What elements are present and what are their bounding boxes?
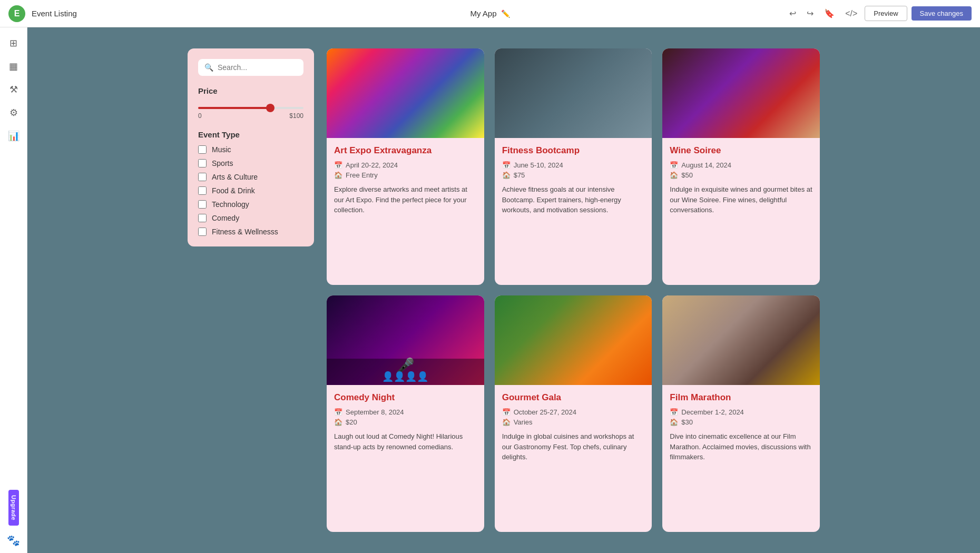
upgrade-badge[interactable]: Upgrade — [8, 490, 19, 526]
event-desc-fitness-bootcamp: Achieve fitness goals at our intensive B… — [502, 184, 645, 215]
sidebar-icon-grid[interactable]: ⊞ — [4, 34, 23, 53]
event-card-meta-fitness-bootcamp: 📅 June 5-10, 2024 🏠 $75 — [502, 161, 645, 179]
price-slider[interactable] — [198, 107, 303, 109]
event-card-title-film-marathon: Film Marathon — [670, 392, 812, 403]
event-type-item-3[interactable]: Food & Drink — [198, 186, 303, 195]
event-type-label-1: Sports — [212, 159, 233, 167]
redo-button[interactable]: ↪ — [803, 5, 817, 22]
event-type-item-6[interactable]: Fitness & Wellnesss — [198, 228, 303, 236]
event-card-body-fitness-bootcamp: Fitness Bootcamp 📅 June 5-10, 2024 🏠 $75… — [495, 138, 652, 223]
price-icon-fitness-bootcamp: 🏠 — [502, 171, 511, 179]
event-type-label-2: Arts & Culture — [212, 173, 258, 181]
left-sidebar: ⊞ ▦ ⚒ ⚙ 📊 Upgrade 🐾 — [0, 27, 27, 553]
event-price-art-expo: 🏠 Free Entry — [334, 171, 477, 179]
event-card-title-gourmet-gala: Gourmet Gala — [502, 392, 645, 403]
event-desc-gourmet-gala: Indulge in global cuisines and workshops… — [502, 431, 645, 462]
price-icon-film-marathon: 🏠 — [670, 418, 678, 426]
app-content: 🔍 Price 0 $100 Event Type Music — [188, 48, 820, 532]
price-icon-art-expo: 🏠 — [334, 171, 342, 179]
price-section-title: Price — [198, 86, 303, 95]
sidebar-icon-settings[interactable]: ⚙ — [4, 103, 23, 122]
event-type-item-0[interactable]: Music — [198, 145, 303, 154]
event-card-gourmet-gala[interactable]: Gourmet Gala 📅 October 25-27, 2024 🏠 Var… — [495, 295, 652, 532]
event-card-title-art-expo: Art Expo Extravaganza — [334, 145, 477, 156]
event-type-checkbox-2[interactable] — [198, 173, 207, 181]
event-type-list: Music Sports Arts & Culture Food & Drink… — [198, 145, 303, 236]
event-card-title-comedy-night: Comedy Night — [334, 392, 477, 403]
event-type-item-4[interactable]: Technology — [198, 200, 303, 209]
event-type-checkbox-1[interactable] — [198, 159, 207, 167]
event-type-checkbox-5[interactable] — [198, 214, 207, 222]
calendar-icon-film-marathon: 📅 — [670, 408, 678, 416]
event-date-comedy-night: 📅 September 8, 2024 — [334, 408, 477, 416]
preview-button[interactable]: Preview — [865, 6, 907, 21]
event-type-checkbox-3[interactable] — [198, 186, 207, 195]
event-price-gourmet-gala: 🏠 Varies — [502, 418, 645, 426]
event-card-meta-gourmet-gala: 📅 October 25-27, 2024 🏠 Varies — [502, 408, 645, 426]
main-layout: ⊞ ▦ ⚒ ⚙ 📊 Upgrade 🐾 🔍 Price 0 $1 — [0, 27, 980, 553]
event-card-art-expo[interactable]: Art Expo Extravaganza 📅 April 20-22, 202… — [327, 48, 484, 285]
event-card-image-fitness-bootcamp — [495, 48, 652, 138]
event-date-gourmet-gala: 📅 October 25-27, 2024 — [502, 408, 645, 416]
price-labels: 0 $100 — [198, 112, 303, 120]
event-price-fitness-bootcamp: 🏠 $75 — [502, 171, 645, 179]
event-date-film-marathon: 📅 December 1-2, 2024 — [670, 408, 812, 416]
code-button[interactable]: </> — [842, 6, 860, 22]
event-desc-comedy-night: Laugh out loud at Comedy Night! Hilariou… — [334, 431, 477, 452]
app-name-section: My App ✏️ — [470, 9, 509, 18]
bookmark-button[interactable]: 🔖 — [821, 5, 838, 22]
event-type-item-2[interactable]: Arts & Culture — [198, 173, 303, 181]
event-card-body-film-marathon: Film Marathon 📅 December 1-2, 2024 🏠 $30… — [662, 385, 820, 470]
price-filter: Price 0 $100 — [198, 86, 303, 120]
calendar-icon-wine-soiree: 📅 — [670, 161, 678, 169]
event-card-image-wine-soiree — [662, 48, 820, 138]
calendar-icon-gourmet-gala: 📅 — [502, 408, 511, 416]
price-min: 0 — [198, 112, 202, 120]
event-card-meta-comedy-night: 📅 September 8, 2024 🏠 $20 — [334, 408, 477, 426]
search-icon: 🔍 — [204, 63, 213, 72]
event-type-item-1[interactable]: Sports — [198, 159, 303, 167]
sidebar-bottom-icon: 🐾 — [7, 534, 20, 547]
sidebar-icon-dashboard[interactable]: ▦ — [4, 57, 23, 76]
topbar-actions: ↩ ↪ 🔖 </> Preview Save changes — [786, 5, 972, 22]
search-input[interactable] — [218, 63, 297, 72]
save-button[interactable]: Save changes — [912, 6, 972, 21]
event-type-checkbox-0[interactable] — [198, 145, 207, 154]
event-card-wine-soiree[interactable]: Wine Soiree 📅 August 14, 2024 🏠 $50 Indu… — [662, 48, 820, 285]
event-type-label-0: Music — [212, 145, 231, 154]
events-grid: Art Expo Extravaganza 📅 April 20-22, 202… — [327, 48, 820, 532]
event-price-comedy-night: 🏠 $20 — [334, 418, 477, 426]
event-price-wine-soiree: 🏠 $50 — [670, 171, 812, 179]
event-type-label-5: Comedy — [212, 214, 239, 222]
edit-app-name-icon[interactable]: ✏️ — [501, 9, 510, 18]
event-card-film-marathon[interactable]: Film Marathon 📅 December 1-2, 2024 🏠 $30… — [662, 295, 820, 532]
event-type-checkbox-6[interactable] — [198, 228, 207, 236]
event-type-item-5[interactable]: Comedy — [198, 214, 303, 222]
undo-button[interactable]: ↩ — [786, 5, 799, 22]
app-logo: E — [8, 5, 25, 22]
calendar-icon-fitness-bootcamp: 📅 — [502, 161, 511, 169]
event-card-image-gourmet-gala — [495, 295, 652, 385]
event-card-meta-film-marathon: 📅 December 1-2, 2024 🏠 $30 — [670, 408, 812, 426]
price-icon-wine-soiree: 🏠 — [670, 171, 678, 179]
event-card-title-wine-soiree: Wine Soiree — [670, 145, 812, 156]
sidebar-icon-tools[interactable]: ⚒ — [4, 80, 23, 99]
event-card-body-wine-soiree: Wine Soiree 📅 August 14, 2024 🏠 $50 Indu… — [662, 138, 820, 223]
event-card-meta-wine-soiree: 📅 August 14, 2024 🏠 $50 — [670, 161, 812, 179]
price-max: $100 — [289, 112, 303, 120]
event-card-title-fitness-bootcamp: Fitness Bootcamp — [502, 145, 645, 156]
search-box: 🔍 — [198, 59, 303, 76]
event-type-checkbox-4[interactable] — [198, 200, 207, 209]
event-type-label-3: Food & Drink — [212, 186, 255, 195]
event-card-body-gourmet-gala: Gourmet Gala 📅 October 25-27, 2024 🏠 Var… — [495, 385, 652, 470]
event-desc-wine-soiree: Indulge in exquisite wines and gourmet b… — [670, 184, 812, 215]
event-card-fitness-bootcamp[interactable]: Fitness Bootcamp 📅 June 5-10, 2024 🏠 $75… — [495, 48, 652, 285]
sidebar-icon-chart[interactable]: 📊 — [4, 126, 23, 145]
event-type-title: Event Type — [198, 130, 303, 139]
event-type-label-6: Fitness & Wellnesss — [212, 228, 278, 236]
price-icon-comedy-night: 🏠 — [334, 418, 342, 426]
event-desc-art-expo: Explore diverse artworks and meet artist… — [334, 184, 477, 215]
event-card-comedy-night[interactable]: 🎤👤👤👤👤 Comedy Night 📅 September 8, 2024 🏠… — [327, 295, 484, 532]
app-name-label: My App — [470, 9, 496, 18]
event-card-image-art-expo — [327, 48, 484, 138]
